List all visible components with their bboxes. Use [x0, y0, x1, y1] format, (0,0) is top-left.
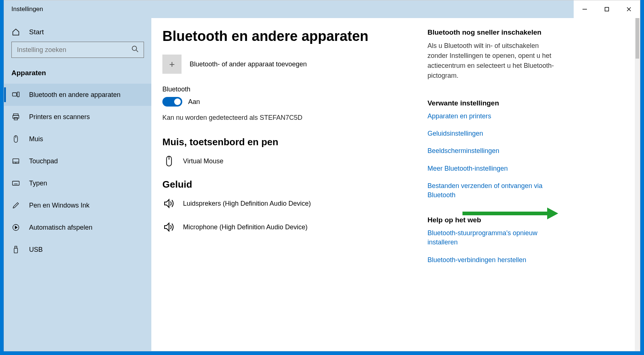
sidebar-item-label: Automatisch afspelen — [29, 224, 92, 232]
pen-icon — [11, 201, 20, 210]
related-settings: Verwante instellingen Apparaten en print… — [427, 99, 556, 200]
svg-rect-16 — [13, 181, 19, 185]
link-devices-printers[interactable]: Apparaten en printers — [427, 112, 556, 121]
device-label: Virtual Mouse — [183, 157, 224, 165]
sidebar-item-mouse[interactable]: Muis — [4, 128, 151, 150]
sidebar-item-label: Printers en scanners — [29, 113, 90, 121]
minimize-button[interactable] — [574, 0, 596, 18]
add-device-button[interactable]: + Bluetooth- of ander apparaat toevoegen — [162, 55, 420, 74]
scrollbar-thumb[interactable] — [636, 18, 639, 59]
keyboard-icon — [11, 179, 20, 188]
svg-rect-10 — [14, 118, 17, 120]
link-more-bluetooth[interactable]: Meer Bluetooth-instellingen — [427, 164, 556, 173]
close-icon — [626, 7, 631, 12]
search-icon — [131, 45, 139, 53]
sidebar-item-label: Muis — [29, 135, 43, 143]
bluetooth-label: Bluetooth — [162, 86, 420, 93]
svg-marker-23 — [15, 226, 17, 229]
sidebar-item-touchpad[interactable]: Touchpad — [4, 150, 151, 172]
svg-marker-28 — [165, 199, 169, 207]
link-sound-settings[interactable]: Geluidsinstellingen — [427, 129, 556, 138]
svg-marker-29 — [165, 223, 169, 231]
mouse-icon — [11, 135, 20, 143]
device-label: Luidsprekers (High Definition Audio Devi… — [183, 200, 311, 208]
link-reinstall-drivers[interactable]: Bluetooth-stuurprogramma's opnieuw insta… — [427, 229, 556, 247]
window-title: Instellingen — [11, 6, 43, 13]
speaker-icon — [162, 197, 176, 210]
body: Start Apparaten Bluetooth en andere appa… — [4, 18, 640, 351]
sidebar-item-printers[interactable]: Printers en scanners — [4, 106, 151, 128]
device-virtual-mouse[interactable]: Virtual Mouse — [162, 154, 420, 168]
sidebar-item-label: Bluetooth en andere apparaten — [29, 91, 120, 99]
autoplay-icon — [11, 223, 20, 232]
help-title: Help op het web — [427, 216, 556, 224]
svg-rect-1 — [605, 7, 609, 11]
titlebar: Instellingen — [4, 0, 640, 18]
main-column: Bluetooth en andere apparaten + Bluetoot… — [162, 28, 420, 351]
search-input[interactable] — [11, 42, 144, 58]
link-send-receive-bluetooth[interactable]: Bestanden verzenden of ontvangen via Blu… — [427, 181, 556, 200]
sidebar-item-pen[interactable]: Pen en Windows Ink — [4, 194, 151, 216]
device-label: Microphone (High Definition Audio Device… — [183, 223, 307, 231]
sidebar-item-bluetooth[interactable]: Bluetooth en andere apparaten — [4, 84, 151, 106]
minimize-icon — [582, 7, 587, 12]
svg-rect-8 — [14, 114, 18, 116]
svg-rect-6 — [13, 93, 17, 96]
sidebar-item-usb[interactable]: USB — [4, 239, 151, 261]
content: Bluetooth en andere apparaten + Bluetoot… — [151, 18, 640, 351]
home-label: Start — [29, 28, 44, 36]
tip-title: Bluetooth nog sneller inschakelen — [427, 28, 556, 36]
tip-body: Als u Bluetooth wilt in- of uitschakelen… — [427, 41, 556, 81]
maximize-icon — [604, 7, 609, 12]
sidebar-item-label: Touchpad — [29, 157, 58, 165]
svg-rect-25 — [14, 248, 17, 253]
svg-point-4 — [132, 46, 137, 51]
home-button[interactable]: Start — [4, 22, 151, 42]
window-controls — [574, 0, 640, 18]
link-fix-connections[interactable]: Bluetooth-verbindingen herstellen — [427, 255, 556, 265]
svg-rect-9 — [13, 115, 19, 118]
svg-line-5 — [136, 50, 138, 52]
bluetooth-toggle[interactable] — [162, 97, 182, 107]
home-icon — [11, 28, 20, 36]
sidebar-item-typing[interactable]: Typen — [4, 172, 151, 194]
usb-icon — [11, 245, 20, 254]
add-device-label: Bluetooth- of ander apparaat toevoegen — [190, 60, 307, 68]
svg-rect-7 — [17, 92, 19, 97]
scrollbar[interactable] — [635, 18, 640, 351]
speaker-icon — [162, 220, 176, 234]
printer-icon — [11, 112, 20, 121]
device-speakers[interactable]: Luidsprekers (High Definition Audio Devi… — [162, 197, 420, 210]
sidebar-item-label: USB — [29, 246, 43, 254]
device-microphone[interactable]: Microphone (High Definition Audio Device… — [162, 220, 420, 234]
search-wrap — [4, 42, 151, 65]
plus-icon: + — [162, 55, 182, 74]
related-title: Verwante instellingen — [427, 99, 556, 107]
detect-status: Kan nu worden gedetecteerd als STEFAN7C5… — [162, 114, 420, 122]
svg-rect-24 — [15, 246, 17, 248]
group-audio-title: Geluid — [162, 179, 420, 190]
group-mouse-title: Muis, toetsenbord en pen — [162, 136, 420, 148]
bluetooth-toggle-state: Aan — [188, 98, 200, 106]
maximize-button[interactable] — [596, 0, 618, 18]
sidebar: Start Apparaten Bluetooth en andere appa… — [4, 18, 151, 351]
close-button[interactable] — [618, 0, 640, 18]
aside-column: Bluetooth nog sneller inschakelen Als u … — [427, 28, 556, 351]
sidebar-item-label: Typen — [29, 180, 47, 187]
sidebar-item-autoplay[interactable]: Automatisch afspelen — [4, 216, 151, 239]
mouse-icon — [162, 154, 176, 168]
link-display-settings[interactable]: Beeldscherminstellingen — [427, 146, 556, 156]
devices-icon — [11, 90, 20, 99]
touchpad-icon — [11, 157, 20, 166]
page-title: Bluetooth en andere apparaten — [162, 28, 420, 44]
sidebar-section-label: Apparaten — [4, 65, 151, 84]
settings-window: Instellingen Start — [4, 0, 640, 351]
bluetooth-toggle-row: Aan — [162, 97, 420, 107]
sidebar-item-label: Pen en Windows Ink — [29, 202, 89, 209]
